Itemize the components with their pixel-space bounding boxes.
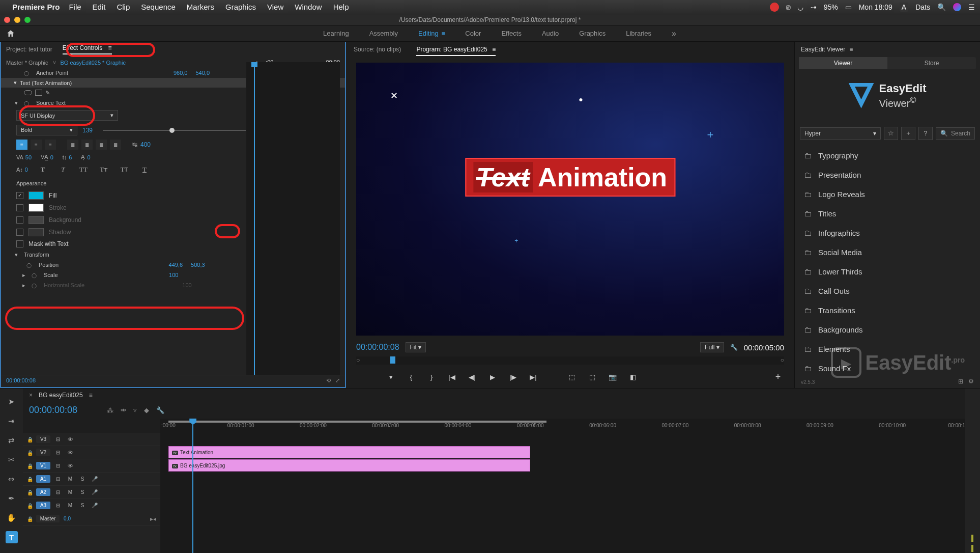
allcaps-icon[interactable]: TT xyxy=(78,164,89,175)
tab-store[interactable]: Store xyxy=(887,57,976,69)
timeline-timecode[interactable]: 00:00:00:08 xyxy=(29,405,77,416)
program-timecode[interactable]: 00:00:00:08 xyxy=(356,343,399,352)
work-area-bar[interactable] xyxy=(168,421,546,423)
solo-icon[interactable]: S xyxy=(78,503,87,508)
ec-timecode[interactable]: 00:00:00:08 xyxy=(6,377,36,383)
font-family-select[interactable]: SF UI Display▾ xyxy=(16,110,118,121)
menu-help[interactable]: Help xyxy=(333,3,349,11)
bg-swatch[interactable] xyxy=(28,216,44,224)
grid-view-icon[interactable]: ⊞ xyxy=(958,378,963,385)
marker-icon[interactable]: ▾ xyxy=(385,372,397,382)
cat-presentation[interactable]: Presentation xyxy=(795,165,980,185)
sync-lock-icon[interactable]: ⊟ xyxy=(53,489,63,495)
tsume-value[interactable]: 0 xyxy=(87,154,90,160)
timeline-playhead[interactable] xyxy=(192,419,193,553)
bg-checkbox[interactable] xyxy=(16,216,23,224)
home-icon[interactable] xyxy=(6,29,15,38)
eye-icon[interactable] xyxy=(66,436,75,443)
cat-transitions[interactable]: Transitions xyxy=(795,301,980,320)
track-header-v2[interactable]: V2⊟ xyxy=(23,446,160,459)
play-icon[interactable]: ▶ xyxy=(486,372,499,382)
wifi-icon[interactable]: ⇢ xyxy=(811,3,817,11)
loop-icon[interactable]: ▸◂ xyxy=(150,515,156,522)
cat-call-outs[interactable]: Call Outs xyxy=(795,282,980,301)
wrench-icon[interactable]: 🔧 xyxy=(156,406,164,414)
workspace-libraries[interactable]: Libraries xyxy=(626,30,651,37)
tab-source[interactable]: Source: (no clips) xyxy=(354,46,401,56)
align-center-icon[interactable]: ≡ xyxy=(31,140,42,150)
workspace-menu-icon[interactable]: ≡ xyxy=(442,30,445,37)
stroke-checkbox[interactable] xyxy=(16,204,23,211)
minimize-window-icon[interactable] xyxy=(14,17,20,23)
sequence-name[interactable]: BG easyEdit025 xyxy=(39,392,83,399)
tab-viewer[interactable]: Viewer xyxy=(799,57,887,69)
sync-lock-icon[interactable]: ⊟ xyxy=(53,503,63,508)
position-x[interactable]: 449,6 xyxy=(169,262,183,268)
step-back-icon[interactable]: ◀| xyxy=(466,372,478,382)
in-point-icon[interactable]: { xyxy=(405,372,417,382)
tracking-value[interactable]: 50 xyxy=(25,154,32,160)
resolution-select[interactable]: Full ▾ xyxy=(700,342,724,352)
shadow-checkbox[interactable] xyxy=(16,229,23,236)
pen-tool-icon[interactable]: ✒ xyxy=(6,492,18,505)
go-to-out-icon[interactable]: ▶| xyxy=(527,372,539,382)
menu-icon[interactable]: ☰ xyxy=(968,3,975,11)
baseline2-value[interactable]: 0 xyxy=(25,167,28,173)
lock-icon[interactable] xyxy=(27,502,33,509)
track-header-v3[interactable]: V3⊟ xyxy=(23,433,160,446)
mute-icon[interactable]: M xyxy=(66,503,75,508)
menu-window[interactable]: Window xyxy=(295,3,322,11)
solo-icon[interactable]: S xyxy=(78,476,87,482)
text-mask-rect-icon[interactable] xyxy=(35,90,42,96)
preset-select[interactable]: Hyper ▾ xyxy=(800,127,881,140)
cat-titles[interactable]: Titles xyxy=(795,204,980,224)
workspace-overflow-icon[interactable]: » xyxy=(672,29,676,38)
mic-icon[interactable] xyxy=(90,503,99,508)
cat-backgrounds[interactable]: Backgrounds xyxy=(795,320,980,340)
close-window-icon[interactable] xyxy=(4,17,10,23)
favorite-icon[interactable]: ☆ xyxy=(884,127,898,140)
scale-value[interactable]: 100 xyxy=(169,272,178,278)
justify-all-icon[interactable]: ≣ xyxy=(110,140,121,150)
position-y[interactable]: 500,3 xyxy=(191,262,205,268)
anchor-stopwatch-icon[interactable] xyxy=(24,70,31,76)
help-icon[interactable]: ? xyxy=(918,127,933,140)
clip-text-animation[interactable]: Text Animation xyxy=(168,446,530,458)
stroke-swatch[interactable] xyxy=(28,204,44,212)
cat-typography[interactable]: Typography xyxy=(795,146,980,165)
sync-lock-icon[interactable]: ⊟ xyxy=(53,450,63,455)
clock[interactable]: Mon 18:09 xyxy=(859,3,892,11)
workspace-color[interactable]: Color xyxy=(465,30,481,37)
align-right-icon[interactable]: ≡ xyxy=(45,140,56,150)
tab-effect-controls[interactable]: Effect Controls ≡ xyxy=(63,44,112,54)
lock-icon[interactable] xyxy=(27,449,33,456)
twirl-icon[interactable]: ▾ xyxy=(14,79,17,86)
settings-gear-icon[interactable]: ⚙ xyxy=(968,378,974,385)
eye-icon[interactable] xyxy=(66,463,75,469)
spotlight-icon[interactable]: 🔍 xyxy=(937,3,946,11)
record-icon[interactable] xyxy=(770,3,779,12)
ec-playhead[interactable] xyxy=(254,62,255,378)
type-tool-icon[interactable]: T xyxy=(6,531,18,543)
menu-clip[interactable]: Clip xyxy=(117,3,130,11)
mask-checkbox[interactable] xyxy=(16,240,23,247)
track-header-a3[interactable]: A3⊟MS xyxy=(23,499,160,512)
lock-icon[interactable] xyxy=(27,436,33,443)
cat-sound-fx[interactable]: Sound Fx xyxy=(795,359,980,378)
menu-markers[interactable]: Markers xyxy=(187,3,214,11)
scale-stopwatch-icon[interactable] xyxy=(32,272,39,278)
workspace-effects[interactable]: Effects xyxy=(501,30,522,37)
track-header-v1[interactable]: V1⊟ xyxy=(23,459,160,473)
text-mask-pen-icon[interactable]: ✎ xyxy=(45,90,50,96)
menu-view[interactable]: View xyxy=(267,3,283,11)
workspace-audio[interactable]: Audio xyxy=(542,30,559,37)
sync-lock-icon[interactable]: ⊟ xyxy=(53,436,63,442)
program-monitor-viewport[interactable]: ✕ ● + + Text Animation xyxy=(356,63,784,336)
step-forward-icon[interactable]: |▶ xyxy=(507,372,519,382)
cat-elements[interactable]: Elements xyxy=(795,340,980,359)
out-point-icon[interactable]: } xyxy=(425,372,438,382)
font-size-value[interactable]: 139 xyxy=(82,127,93,134)
hand-tool-icon[interactable]: ✋ xyxy=(6,512,18,524)
sequence-close-icon[interactable]: × xyxy=(29,392,33,399)
linked-selection-icon[interactable]: ⚮ xyxy=(121,406,126,414)
